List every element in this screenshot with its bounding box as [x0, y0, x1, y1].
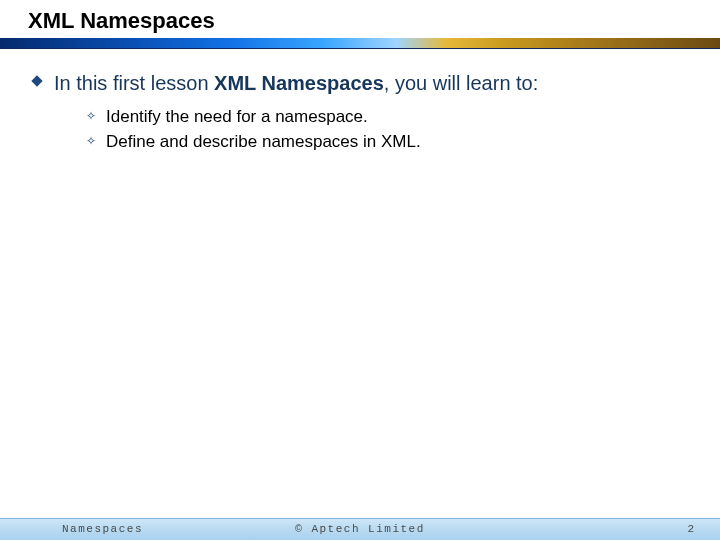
intro-prefix: In this first lesson — [54, 72, 214, 94]
sub-bullet-icon: ✧ — [86, 131, 96, 151]
objective-text: Identify the need for a namespace. — [106, 106, 368, 129]
underline-gradient — [0, 38, 720, 48]
footer-center-text: © Aptech Limited — [0, 523, 720, 535]
intro-text: In this first lesson XML Namespaces, you… — [54, 70, 538, 96]
intro-suffix: , you will learn to: — [384, 72, 539, 94]
intro-line: In this first lesson XML Namespaces, you… — [30, 70, 680, 96]
slide-body: In this first lesson XML Namespaces, you… — [0, 50, 720, 154]
title-bar: XML Namespaces — [0, 0, 720, 50]
sub-bullet-icon: ✧ — [86, 106, 96, 126]
list-item: ✧ Identify the need for a namespace. — [86, 106, 680, 129]
underline-border-bottom — [0, 48, 720, 49]
list-item: ✧ Define and describe namespaces in XML. — [86, 131, 680, 154]
footer-page-number: 2 — [687, 523, 694, 535]
slide-footer: Namespaces © Aptech Limited 2 — [0, 514, 720, 540]
slide-title: XML Namespaces — [28, 8, 720, 34]
objective-text: Define and describe namespaces in XML. — [106, 131, 421, 154]
svg-rect-0 — [31, 75, 42, 86]
diamond-bullet-icon — [30, 74, 44, 88]
title-underline — [0, 38, 720, 52]
intro-bold: XML Namespaces — [214, 72, 384, 94]
objectives-list: ✧ Identify the need for a namespace. ✧ D… — [86, 106, 680, 154]
slide: XML Namespaces In this first lesson XML … — [0, 0, 720, 540]
